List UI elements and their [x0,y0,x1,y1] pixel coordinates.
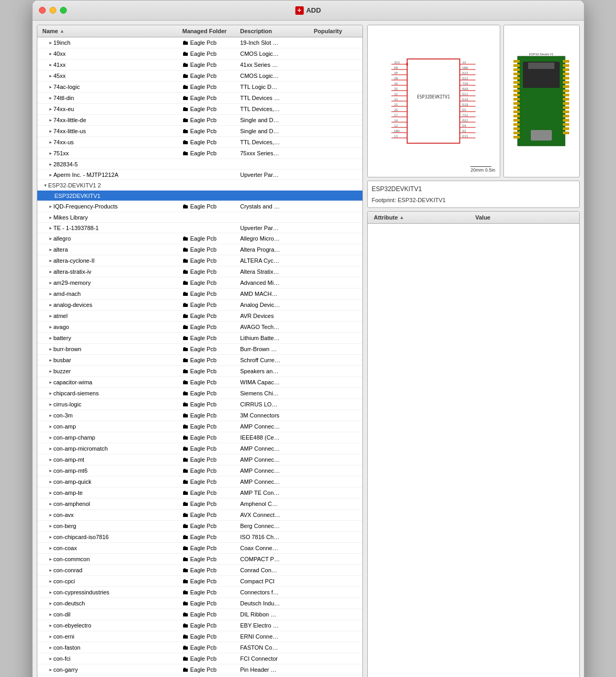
collapse-arrow-icon[interactable]: ▸ [49,413,52,418]
collapse-arrow-icon[interactable]: ▸ [49,117,52,123]
collapse-arrow-icon[interactable]: ▸ [49,73,52,78]
table-row[interactable]: ▸con-amp-quick🖿Eagle PcbAMP Connec… [37,476,362,487]
header-popularity[interactable]: Popularity [312,27,359,35]
collapse-arrow-icon[interactable]: ▸ [49,479,52,484]
table-row[interactable]: ▾ESP32-DEVKITV1 2 [37,180,362,191]
table-row[interactable]: ▸74xx-eu🖿Eagle PcbTTL Devices,… [37,104,362,115]
collapse-arrow-icon[interactable]: ▸ [49,369,52,374]
collapse-arrow-icon[interactable]: ▸ [49,40,52,45]
table-row[interactable]: ▸analog-devices🖿Eagle PcbAnalog Devic… [37,300,362,311]
table-row[interactable]: ▸con-berg🖿Eagle PcbBerg Connec… [37,521,362,532]
collapse-arrow-icon[interactable]: ▸ [49,84,52,89]
table-row[interactable]: ▸41xx🖿Eagle Pcb41xx Series … [37,59,362,71]
table-row[interactable]: ▸con-cypressindustries🖿Eagle PcbConnecto… [37,587,362,598]
collapse-arrow-icon[interactable]: ▸ [49,313,52,318]
table-row[interactable]: ▸con-dil🖿Eagle PcbDIL Ribbon … [37,609,362,620]
table-row[interactable]: ▸con-amp-micromatch🖿Eagle PcbAMP Connec… [37,443,362,454]
table-row[interactable]: ▸con-coax🖿Eagle PcbCoax Conne… [37,543,362,554]
table-row[interactable]: ▸battery🖿Eagle PcbLithium Batte… [37,333,362,344]
collapse-arrow-icon[interactable]: ▸ [49,380,52,385]
table-row[interactable]: ▸con-conrad🖿Eagle PcbConrad Con… [37,565,362,576]
table-row[interactable]: ▸Aperm Inc. - MJTP1212AUpverter Par… [37,170,362,180]
table-row[interactable]: ▸TE - 1-1393788-1Upverter Par… [37,223,362,233]
table-row[interactable]: ▸con-avx🖿Eagle PcbAVX Connect… [37,510,362,521]
table-row[interactable]: ▸282834-5 [37,159,362,170]
attr-col-value[interactable]: Value [473,213,575,222]
table-row[interactable]: ESP32DEVKITV1 [37,191,362,201]
collapse-arrow-icon[interactable]: ▸ [49,302,52,307]
table-row[interactable]: ▸con-amphenol🖿Eagle PcbAmphenol C… [37,499,362,510]
table-row[interactable]: ▸burr-brown🖿Eagle PcbBurr-Brown … [37,344,362,355]
collapse-arrow-icon[interactable]: ▸ [49,357,52,363]
expand-arrow-icon[interactable]: ▾ [44,183,47,188]
table-row[interactable]: ▸cirrus-logic🖿Eagle PcbCIRRUS LO… [37,399,362,410]
collapse-arrow-icon[interactable]: ▸ [49,291,52,296]
collapse-arrow-icon[interactable]: ▸ [49,204,52,209]
table-row[interactable]: ▸con-garry🖿Eagle PcbPin Header … [37,664,362,675]
collapse-arrow-icon[interactable]: ▸ [49,490,52,495]
table-row[interactable]: ▸am29-memory🖿Eagle PcbAdvanced Mi… [37,277,362,288]
table-row[interactable]: ▸con-deutsch🖿Eagle PcbDeutsch Indu… [37,598,362,609]
table-row[interactable]: ▸45xx🖿Eagle PcbCMOS Logic… [37,71,362,82]
collapse-arrow-icon[interactable]: ▸ [49,590,52,595]
table-row[interactable]: ▸altera-cyclone-II🖿Eagle PcbALTERA Cyc… [37,255,362,266]
table-row[interactable]: ▸74xx-us🖿Eagle PcbTTL Devices,… [37,137,362,148]
minimize-button[interactable] [49,7,56,14]
table-row[interactable]: ▸con-fci🖿Eagle PcbFCI Connector [37,653,362,664]
collapse-arrow-icon[interactable]: ▸ [49,512,52,517]
collapse-arrow-icon[interactable]: ▸ [49,162,52,167]
table-row[interactable]: ▸IQD-Frequency-Products🖿Eagle PcbCrystal… [37,201,362,212]
table-row[interactable]: ▸74ttl-din🖿Eagle PcbTTL Devices … [37,93,362,104]
table-body[interactable]: ▸19inch🖿Eagle Pcb19-Inch Slot …▸40xx🖿Eag… [37,37,362,677]
collapse-arrow-icon[interactable]: ▸ [49,424,52,429]
table-row[interactable]: ▸con-amp-champ🖿Eagle PcbIEEE488 (Ce… [37,432,362,443]
collapse-arrow-icon[interactable]: ▸ [49,215,52,220]
table-row[interactable]: ▸con-faston🖿Eagle PcbFASTON Co… [37,642,362,653]
table-row[interactable]: ▸con-amp-mt🖿Eagle PcbAMP Connec… [37,454,362,465]
collapse-arrow-icon[interactable]: ▸ [49,236,52,241]
table-row[interactable]: ▸74ac-logic🖿Eagle PcbTTL Logic D… [37,82,362,93]
collapse-arrow-icon[interactable]: ▸ [49,501,52,506]
table-row[interactable]: ▸con-cpci🖿Eagle PcbCompact PCI [37,576,362,587]
collapse-arrow-icon[interactable]: ▸ [49,645,52,650]
collapse-arrow-icon[interactable]: ▸ [49,656,52,661]
collapse-arrow-icon[interactable]: ▸ [49,545,52,551]
collapse-arrow-icon[interactable]: ▸ [49,612,52,617]
collapse-arrow-icon[interactable]: ▸ [49,172,52,177]
collapse-arrow-icon[interactable]: ▸ [49,468,52,473]
table-row[interactable]: ▸con-erni🖿Eagle PcbERNI Conne… [37,631,362,642]
collapse-arrow-icon[interactable]: ▸ [49,391,52,396]
collapse-arrow-icon[interactable]: ▸ [49,623,52,628]
collapse-arrow-icon[interactable]: ▸ [49,457,52,462]
collapse-arrow-icon[interactable]: ▸ [49,280,52,285]
collapse-arrow-icon[interactable]: ▸ [49,601,52,606]
collapse-arrow-icon[interactable]: ▸ [49,269,52,274]
header-name[interactable]: Name ▲ [41,27,180,35]
collapse-arrow-icon[interactable]: ▸ [49,667,52,672]
table-row[interactable]: ▸Mikes Library [37,212,362,223]
collapse-arrow-icon[interactable]: ▸ [49,534,52,540]
collapse-arrow-icon[interactable]: ▸ [49,523,52,529]
table-row[interactable]: ▸altera-stratix-iv🖿Eagle PcbAltera Strat… [37,266,362,277]
collapse-arrow-icon[interactable]: ▸ [49,95,52,101]
collapse-arrow-icon[interactable]: ▸ [49,151,52,156]
table-row[interactable]: ▸chipcard-siemens🖿Eagle PcbSiemens Chi… [37,388,362,399]
table-row[interactable]: ▸con-amp-te🖿Eagle PcbAMP TE Con… [37,487,362,499]
table-row[interactable]: ▸buzzer🖿Eagle PcbSpeakers an… [37,366,362,377]
table-row[interactable]: ▸capacitor-wima🖿Eagle PcbWIMA Capac… [37,377,362,388]
table-row[interactable]: ▸751xx🖿Eagle Pcb75xxx Series… [37,148,362,159]
close-button[interactable] [39,7,46,14]
table-row[interactable]: ▸74xx-little-us🖿Eagle PcbSingle and D… [37,126,362,137]
maximize-button[interactable] [60,7,67,14]
header-folder[interactable]: Managed Folder [180,27,238,35]
table-row[interactable]: ▸busbar🖿Eagle PcbSchroff Curre… [37,355,362,366]
collapse-arrow-icon[interactable]: ▸ [49,128,52,134]
table-row[interactable]: ▸altera🖿Eagle PcbAltera Progra… [37,244,362,255]
collapse-arrow-icon[interactable]: ▸ [49,402,52,407]
table-row[interactable]: ▸19inch🖿Eagle Pcb19-Inch Slot … [37,37,362,48]
table-row[interactable]: ▸atmel🖿Eagle PcbAVR Devices [37,311,362,322]
collapse-arrow-icon[interactable]: ▸ [49,335,52,341]
collapse-arrow-icon[interactable]: ▸ [49,568,52,573]
collapse-arrow-icon[interactable]: ▸ [49,247,52,252]
collapse-arrow-icon[interactable]: ▸ [49,346,52,352]
